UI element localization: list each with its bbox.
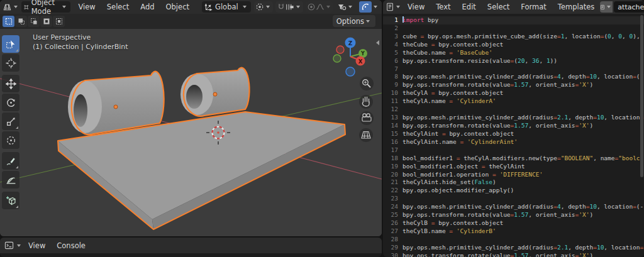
gizmos-toggle[interactable] <box>359 1 372 13</box>
menu-object[interactable]: Object <box>160 3 195 11</box>
tool-annotate[interactable] <box>2 152 19 170</box>
line-number: 5 <box>383 49 402 57</box>
tool-scale[interactable] <box>2 112 19 130</box>
text-editor-icon <box>386 3 394 11</box>
ortho-grid-button[interactable] <box>359 128 373 142</box>
code-line[interactable]: 8bpy.ops.mesh.primitive_cylinder_add(rad… <box>383 73 644 81</box>
code-line[interactable]: 22bpy.ops.object.modifier_apply() <box>383 187 644 195</box>
code-line[interactable]: 29bpy.ops.mesh.primitive_cylinder_add(ra… <box>383 244 644 252</box>
mode-selector[interactable]: Object Mode <box>21 1 70 13</box>
options-button[interactable]: Options <box>333 15 375 27</box>
gizmo-neg-x[interactable] <box>336 46 344 53</box>
viewport-canvas[interactable]: Z Y X <box>0 29 382 236</box>
text-menu-edit[interactable]: Edit <box>457 3 482 11</box>
console-editor-type-button[interactable] <box>3 240 15 251</box>
code-line[interactable]: 15theCylAint = bpy.context.object <box>383 130 644 138</box>
code-line[interactable]: 2 <box>383 25 644 33</box>
tool-rotate[interactable] <box>2 94 19 111</box>
code-line[interactable]: 4theCube = bpy.context.object <box>383 41 644 49</box>
proportional-edit-controls[interactable] <box>306 1 333 13</box>
code-line[interactable]: 14bpy.ops.transform.rotate(value=1.57, o… <box>383 122 644 130</box>
text-menu-text[interactable]: Text <box>430 3 456 11</box>
select-mode-subtract[interactable] <box>28 16 40 27</box>
gizmos-toggle-group[interactable] <box>358 1 380 13</box>
code-line[interactable]: 23 <box>383 195 644 203</box>
code-line[interactable]: 11theCylA.name = 'CylinderA' <box>383 97 644 106</box>
code-line[interactable]: 16theCylAint.name = 'CylinderAint' <box>383 138 644 146</box>
code-line[interactable]: 26theCylB = bpy.context.object <box>383 219 644 227</box>
pan-hand-button[interactable] <box>359 95 373 109</box>
code-line[interactable]: 7 <box>383 65 644 74</box>
code-text: bpy.ops.transform.resize(value=(20, 36, … <box>402 57 644 65</box>
tool-transform[interactable] <box>2 131 19 149</box>
editor-scrollbar[interactable] <box>640 15 643 254</box>
code-line[interactable]: 20bool_modifier1.operation = 'DIFFERENCE… <box>383 171 644 179</box>
code-line[interactable]: 24bpy.ops.mesh.primitive_cylinder_add(ra… <box>383 203 644 211</box>
transform-orientation-selector[interactable]: Global <box>202 1 251 13</box>
code-line[interactable]: 12 <box>383 106 644 114</box>
line-number: 16 <box>383 138 402 146</box>
code-line[interactable]: 17 <box>383 146 644 155</box>
object-cylinder-b[interactable] <box>180 68 250 116</box>
code-line[interactable]: 3cube = bpy.ops.mesh.primitive_cube_add(… <box>383 33 644 41</box>
code-line[interactable]: 28 <box>383 236 644 244</box>
object-filter-selector[interactable] <box>336 1 355 13</box>
line-number: 27 <box>383 227 402 236</box>
code-line[interactable]: 6bpy.ops.transform.resize(value=(20, 36,… <box>383 57 644 65</box>
code-text <box>402 65 644 74</box>
text-editor-chevron-icon[interactable] <box>396 6 400 8</box>
script-name-field[interactable]: attacheVis.py.001 <box>614 1 644 13</box>
menu-select[interactable]: Select <box>101 3 135 11</box>
tool-measure[interactable] <box>2 171 19 189</box>
line-number: 22 <box>383 187 402 195</box>
text-menu-view[interactable]: View <box>402 3 430 11</box>
snap-controls[interactable] <box>275 1 303 13</box>
text-menu-select[interactable]: Select <box>482 3 515 11</box>
sidebar-toggle-icon[interactable] <box>376 40 379 45</box>
gizmo-y-label: Y <box>360 51 365 57</box>
tool-select-box[interactable] <box>2 35 19 53</box>
console-menu-console[interactable]: Console <box>51 241 91 250</box>
console-editor-chevron-icon[interactable] <box>17 244 21 247</box>
gizmo-neg-y[interactable] <box>333 55 341 62</box>
code-line[interactable]: 27theCylB.name = 'CylinderB' <box>383 227 644 236</box>
select-mode-invert[interactable] <box>40 16 52 27</box>
zoom-button[interactable] <box>360 77 374 90</box>
code-line[interactable]: 18bool_modifier1 = theCylA.modifiers.new… <box>383 155 644 163</box>
select-mode-set[interactable] <box>3 16 14 27</box>
object-cylinder-a[interactable] <box>68 72 164 135</box>
line-number: 11 <box>383 97 402 106</box>
tool-add-cube[interactable] <box>2 192 19 209</box>
text-menu-templates[interactable]: Templates <box>552 3 600 11</box>
editor-type-chevron-icon[interactable] <box>14 6 18 8</box>
code-line[interactable]: 13bpy.ops.mesh.primitive_cylinder_add(ra… <box>383 114 644 122</box>
text-editor-type-button[interactable] <box>386 1 394 13</box>
editor-type-button[interactable] <box>3 1 12 13</box>
scrollbar-thumb[interactable] <box>640 15 643 177</box>
tool-move[interactable] <box>2 75 19 92</box>
gizmos-chevron-icon <box>374 6 377 8</box>
camera-view-button[interactable] <box>360 111 374 125</box>
menu-view[interactable]: View <box>72 3 101 11</box>
console-menu-view[interactable]: View <box>23 241 51 250</box>
code-line[interactable]: 9bpy.ops.transform.rotate(value=1.57, or… <box>383 81 644 89</box>
code-line[interactable]: 5theCube.name = 'BaseCube' <box>383 49 644 57</box>
code-line[interactable]: 19bool_modifier1.object = theCylAint <box>383 163 644 171</box>
code-line[interactable]: 30bpy.ops.transform.rotate(value=1.57, o… <box>383 252 644 257</box>
gizmo-neg-z[interactable] <box>346 67 355 76</box>
code-line[interactable]: 1import bpy <box>383 16 644 25</box>
nav-gizmo[interactable]: Z Y X <box>333 38 367 77</box>
datablock-icon-button[interactable] <box>600 1 613 13</box>
menu-add[interactable]: Add <box>135 3 160 11</box>
pivot-point-selector[interactable] <box>254 1 273 13</box>
code-line[interactable]: 21theCylAint.hide_set(False) <box>383 178 644 187</box>
code-line[interactable]: 25bpy.ops.transform.rotate(value=1.57, o… <box>383 211 644 219</box>
select-mode-extend[interactable] <box>15 16 27 27</box>
select-mode-intersect[interactable] <box>53 16 65 27</box>
line-number: 9 <box>383 81 402 89</box>
text-menu-format[interactable]: Format <box>515 3 552 11</box>
code-lines[interactable]: 1import bpy23cube = bpy.ops.mesh.primiti… <box>383 14 644 257</box>
tool-cursor[interactable] <box>2 54 19 72</box>
viewport-editor-icon <box>3 3 12 12</box>
code-line[interactable]: 10theCylA = bpy.context.object <box>383 89 644 97</box>
